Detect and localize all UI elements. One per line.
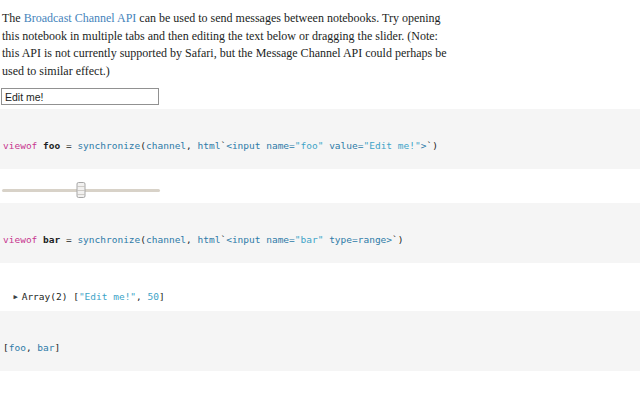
code-token: foo [37,140,60,151]
array-value: Array(2) ["Edit me!", 50] [22,291,165,302]
code-token: type=range> [323,234,392,245]
code-token: viewof [3,234,37,245]
prose-text: The [2,11,24,25]
code-token: bar [37,234,60,245]
prose-paragraph: The Broadcast Channel API can be used to… [2,10,638,80]
code-token: , [26,342,37,353]
code-line: [foo, bar] [3,341,636,354]
bar-range-slider[interactable] [2,182,160,198]
prose-line: used to similar effect.) [2,63,638,81]
code-cell-foobar[interactable]: [foo, bar] [0,311,640,371]
code-token: 50 [148,291,159,302]
prose-line: this API is not currently supported by S… [2,45,638,63]
code-token: , [136,291,147,302]
code-token: "bar" [295,234,324,245]
foo-text-input[interactable] [1,88,159,105]
code-token: ] [159,291,165,302]
code-line: viewof bar = synchronize(channel, html`<… [3,233,636,246]
broadcast-channel-api-link[interactable]: Broadcast Channel API [24,11,137,25]
prose-line: The Broadcast Channel API can be used to… [2,10,638,28]
code-token: <input name= [226,140,295,151]
code-token: ) [432,140,438,151]
code-cell-bar[interactable]: viewof bar = synchronize(channel, html`<… [0,203,640,263]
code-token: ] [55,342,61,353]
code-token: "foo" [295,140,324,151]
code-token: foo [9,342,26,353]
array-inspector-output[interactable]: ▶Array(2) ["Edit me!", 50] [2,276,640,304]
code-token: value= [323,140,363,151]
code-token: viewof [3,140,37,151]
code-token: , [186,140,197,151]
code-token: html [198,140,221,151]
code-token: , [186,234,197,245]
prose-line: this notebook in multiple tabs and then … [2,28,638,46]
code-token: ) [398,234,404,245]
code-line: viewof foo = synchronize(channel, html`<… [3,139,636,152]
code-token: synchronize [77,234,140,245]
code-token: = [60,234,77,245]
code-token: bar [37,342,54,353]
code-token: Array(2) [ [22,291,79,302]
code-token: synchronize [77,140,140,151]
prose-text: can be used to send messages between not… [136,11,440,25]
code-token: = [60,140,77,151]
code-token: "Edit me!" [79,291,136,302]
code-token: "Edit me!" [363,140,420,151]
function-signature-output: synchronize = ƒ(channel, input) [2,383,640,400]
expand-triangle-icon[interactable]: ▶ [13,290,17,304]
code-token: channel [146,234,186,245]
code-token: <input name= [226,234,295,245]
code-token: channel [146,140,186,151]
code-token: html [198,234,221,245]
code-cell-foo[interactable]: viewof foo = synchronize(channel, html`<… [0,109,640,169]
slider-thumb[interactable] [77,182,86,198]
